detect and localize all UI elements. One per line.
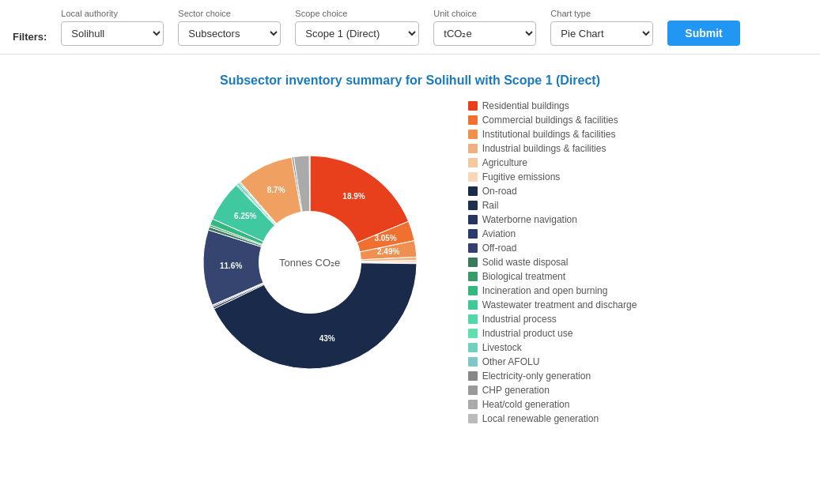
legend-label: Aviation — [482, 228, 516, 239]
legend: Residential buildings Commercial buildin… — [468, 100, 637, 424]
legend-label: Fugitive emissions — [482, 171, 561, 182]
chart-area: Tonnes CO₂e Residential buildings Commer… — [0, 100, 820, 424]
chart-type-group: Chart type Pie Chart Bar Chart — [550, 9, 653, 46]
legend-color — [468, 400, 478, 409]
scope-choice-select[interactable]: Scope 1 (Direct) Scope 2 (Indirect) Scop… — [295, 21, 419, 46]
legend-color — [468, 130, 478, 139]
legend-color — [468, 386, 478, 395]
legend-color — [468, 286, 478, 295]
legend-label: Institutional buildings & facilities — [482, 129, 616, 140]
legend-item: Institutional buildings & facilities — [468, 129, 637, 140]
legend-item: Biological treatment — [468, 271, 637, 282]
legend-item: Industrial product use — [468, 328, 637, 339]
legend-label: Wastewater treatment and discharge — [482, 299, 637, 310]
legend-color — [468, 243, 478, 253]
legend-color — [468, 329, 478, 338]
legend-color — [468, 215, 478, 224]
legend-label: Off-road — [482, 243, 517, 254]
legend-color — [468, 314, 478, 324]
legend-label: On-road — [482, 186, 517, 197]
legend-color — [468, 144, 478, 153]
legend-item: Solid waste disposal — [468, 257, 637, 268]
legend-item: Industrial process — [468, 314, 637, 325]
legend-color — [468, 300, 478, 310]
legend-item: Electricity-only generation — [468, 370, 637, 382]
legend-label: Incineration and open burning — [482, 285, 608, 296]
unit-choice-select[interactable]: tCO₂e CO₂ — [433, 21, 536, 46]
legend-label: Waterborne navigation — [482, 214, 577, 225]
legend-item: Heat/cold generation — [468, 399, 637, 410]
filters-bar: Filters: Local authority Solihull Birmin… — [0, 0, 820, 55]
legend-color — [468, 258, 478, 267]
legend-color — [468, 115, 478, 125]
legend-color — [468, 186, 478, 196]
submit-button[interactable]: Submit — [667, 21, 739, 46]
legend-label: CHP generation — [482, 385, 550, 396]
legend-item: Agriculture — [468, 157, 637, 168]
legend-label: Industrial process — [482, 314, 557, 325]
legend-item: Other AFOLU — [468, 356, 637, 367]
legend-color — [468, 158, 478, 167]
legend-item: Wastewater treatment and discharge — [468, 299, 637, 310]
scope-choice-group: Scope choice Scope 1 (Direct) Scope 2 (I… — [295, 9, 419, 46]
legend-color — [468, 229, 478, 239]
legend-label: Rail — [482, 200, 499, 211]
legend-color — [468, 101, 478, 111]
pie-chart: Tonnes CO₂e — [183, 136, 436, 389]
chart-title: Subsector inventory summary for Solihull… — [0, 73, 820, 88]
legend-item: Commercial buildings & facilities — [468, 115, 637, 126]
chart-type-label: Chart type — [550, 9, 653, 18]
legend-item: Residential buildings — [468, 100, 637, 111]
legend-item: Local renewable generation — [468, 413, 637, 424]
scope-choice-label: Scope choice — [295, 9, 419, 18]
local-authority-label: Local authority — [61, 9, 164, 18]
legend-item: Off-road — [468, 243, 637, 254]
legend-color — [468, 357, 478, 367]
sector-choice-select[interactable]: Subsectors Sectors — [178, 21, 281, 46]
sector-choice-label: Sector choice — [178, 9, 281, 18]
legend-color — [468, 371, 478, 381]
legend-label: Other AFOLU — [482, 356, 540, 367]
pie-canvas — [183, 136, 436, 389]
legend-color — [468, 201, 478, 210]
legend-label: Heat/cold generation — [482, 399, 570, 410]
legend-label: Commercial buildings & facilities — [482, 115, 618, 126]
local-authority-select[interactable]: Solihull Birmingham Coventry — [61, 21, 164, 46]
chart-type-select[interactable]: Pie Chart Bar Chart — [550, 21, 653, 46]
legend-item: Industrial buildings & facilities — [468, 143, 637, 154]
legend-item: Livestock — [468, 342, 637, 353]
legend-label: Residential buildings — [482, 100, 569, 111]
legend-label: Agriculture — [482, 157, 527, 168]
legend-label: Industrial buildings & facilities — [482, 143, 606, 154]
legend-label: Electricity-only generation — [482, 370, 591, 382]
legend-label: Industrial product use — [482, 328, 573, 339]
unit-choice-group: Unit choice tCO₂e CO₂ — [433, 9, 536, 46]
legend-item: On-road — [468, 186, 637, 197]
legend-color — [468, 172, 478, 182]
legend-item: Waterborne navigation — [468, 214, 637, 225]
legend-color — [468, 343, 478, 352]
legend-label: Solid waste disposal — [482, 257, 569, 268]
legend-label: Local renewable generation — [482, 413, 599, 424]
legend-item: Aviation — [468, 228, 637, 239]
legend-label: Livestock — [482, 342, 522, 353]
legend-item: Incineration and open burning — [468, 285, 637, 296]
legend-item: Fugitive emissions — [468, 171, 637, 182]
legend-label: Biological treatment — [482, 271, 565, 282]
filters-label: Filters: — [13, 31, 47, 46]
sector-choice-group: Sector choice Subsectors Sectors — [178, 9, 281, 46]
legend-color — [468, 414, 478, 423]
legend-color — [468, 272, 478, 281]
legend-item: CHP generation — [468, 385, 637, 396]
legend-item: Rail — [468, 200, 637, 211]
local-authority-group: Local authority Solihull Birmingham Cove… — [61, 9, 164, 46]
unit-choice-label: Unit choice — [433, 9, 536, 18]
